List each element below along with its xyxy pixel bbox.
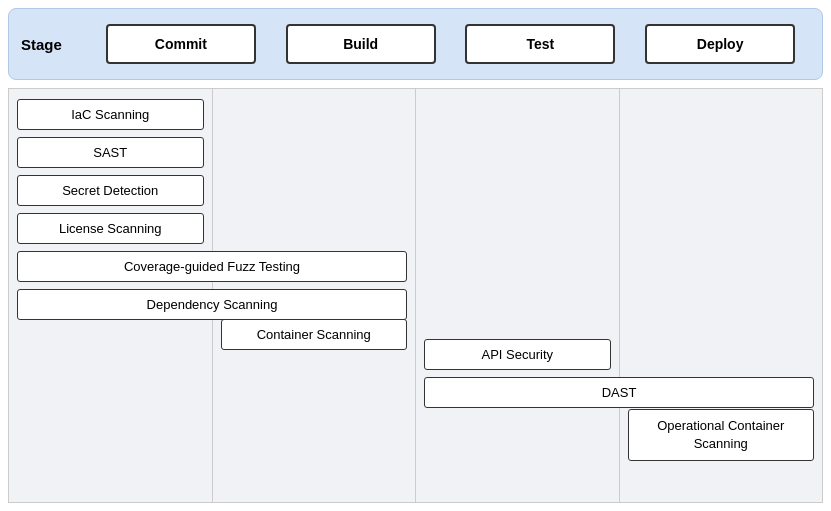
sast-box: SAST: [17, 137, 204, 168]
dast-box: DAST: [424, 377, 814, 408]
stage-commit: Commit: [106, 24, 256, 64]
test-column: API Security DAST: [416, 89, 620, 502]
operational-container-scanning-box: Operational Container Scanning: [628, 409, 815, 461]
stage-test: Test: [465, 24, 615, 64]
dependency-scanning-box: Dependency Scanning: [17, 289, 407, 320]
header-row: Stage Commit Build Test Deploy: [8, 8, 823, 80]
api-security-box: API Security: [424, 339, 611, 370]
iac-scanning-box: IaC Scanning: [17, 99, 204, 130]
license-scanning-box: License Scanning: [17, 213, 204, 244]
commit-column: IaC Scanning SAST Secret Detection Licen…: [9, 89, 213, 502]
stage-columns: Commit Build Test Deploy: [91, 24, 810, 64]
stage-label: Stage: [21, 36, 91, 53]
main-body: IaC Scanning SAST Secret Detection Licen…: [8, 88, 823, 503]
commit-items: IaC Scanning SAST Secret Detection Licen…: [17, 99, 204, 244]
stage-build: Build: [286, 24, 436, 64]
deploy-column: Operational Container Scanning: [620, 89, 823, 502]
secret-detection-box: Secret Detection: [17, 175, 204, 206]
page-container: Stage Commit Build Test Deploy IaC Scann…: [0, 0, 831, 511]
stage-deploy: Deploy: [645, 24, 795, 64]
col-wrapper: IaC Scanning SAST Secret Detection Licen…: [8, 88, 823, 503]
coverage-fuzz-box: Coverage-guided Fuzz Testing: [17, 251, 407, 282]
container-scanning-box: Container Scanning: [221, 319, 408, 350]
